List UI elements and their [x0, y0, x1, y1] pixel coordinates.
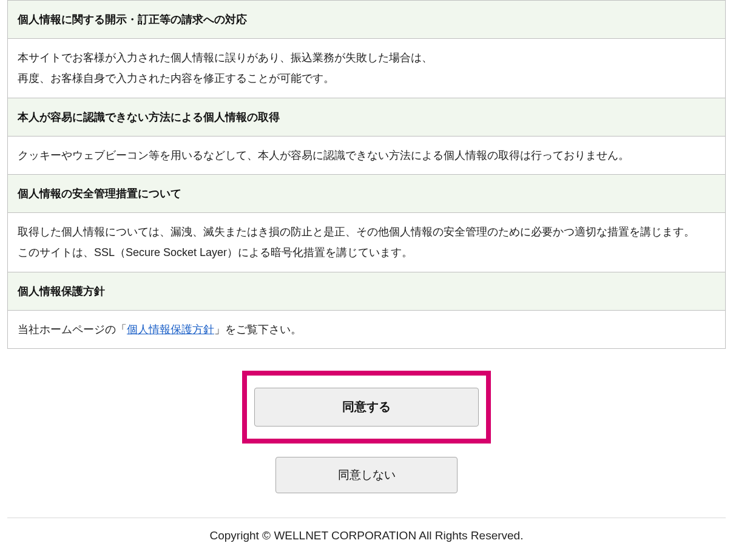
disagree-button[interactable]: 同意しない	[275, 457, 458, 493]
privacy-policy-link[interactable]: 個人情報保護方針	[127, 323, 214, 336]
section-heading: 個人情報保護方針	[8, 272, 726, 310]
policy-body-prefix: 当社ホームページの「	[18, 323, 127, 336]
section-body-with-link: 当社ホームページの「個人情報保護方針」をご覧下さい。	[8, 310, 726, 348]
section-body: クッキーやウェブビーコン等を用いるなどして、本人が容易に認識できない方法による個…	[8, 136, 726, 174]
section-heading: 本人が容易に認識できない方法による個人情報の取得	[8, 98, 726, 136]
section-heading: 個人情報の安全管理措置について	[8, 174, 726, 212]
agree-button[interactable]: 同意する	[254, 388, 479, 427]
agree-button-highlight: 同意する	[242, 371, 491, 444]
consent-buttons: 同意する 同意しない	[0, 371, 733, 493]
footer-copyright: Copyright © WELLNET CORPORATION All Righ…	[7, 518, 726, 557]
section-heading: 個人情報に関する開示・訂正等の請求への対応	[8, 1, 726, 39]
policy-body-suffix: 」をご覧下さい。	[214, 323, 302, 336]
section-body: 取得した個人情報については、漏洩、滅失またはき損の防止と是正、その他個人情報の安…	[8, 213, 726, 272]
section-body: 本サイトでお客様が入力された個人情報に誤りがあり、振込業務が失敗した場合は、再度…	[8, 39, 726, 98]
privacy-sections-table: 個人情報に関する開示・訂正等の請求への対応 本サイトでお客様が入力された個人情報…	[7, 0, 726, 349]
